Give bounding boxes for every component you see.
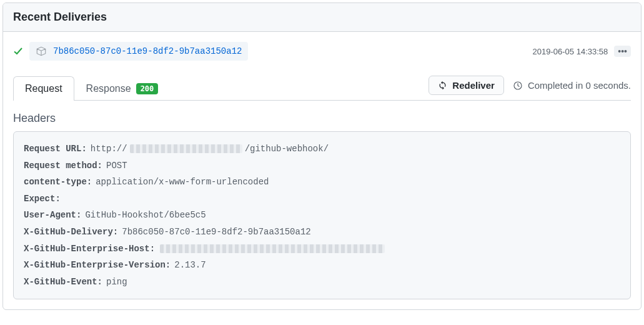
redeliver-label: Redeliver — [452, 80, 495, 91]
header-key: X-GitHub-Event: — [24, 274, 102, 291]
header-github-delivery: X-GitHub-Delivery: 7b86c050-87c0-11e9-8d… — [24, 224, 620, 241]
header-value: ping — [106, 274, 127, 291]
tab-response-label: Response — [86, 83, 131, 94]
tabs-row: Request Response 200 Redeliver Complete — [13, 76, 631, 101]
header-key: X-GitHub-Enterprise-Version: — [24, 257, 171, 274]
header-value: 7b86c050-87c0-11e9-8df2-9b7aa3150a12 — [122, 224, 310, 241]
header-request-method: Request method: POST — [24, 158, 620, 174]
headers-heading: Headers — [13, 112, 631, 125]
header-github-event: X-GitHub-Event: ping — [24, 274, 620, 291]
delivery-id-link[interactable]: 7b86c050-87c0-11e9-8df2-9b7aa3150a12 — [53, 46, 242, 56]
sync-icon — [438, 81, 447, 90]
header-key: X-GitHub-Delivery: — [24, 224, 118, 241]
header-value: application/x-www-form-urlencoded — [96, 174, 269, 191]
header-user-agent: User-Agent: GitHub-Hookshot/6bee5c5 — [24, 207, 620, 224]
headers-box: Request URL: http:// /github-webhook/ Re… — [13, 131, 631, 299]
completed-text: Completed in 0 seconds. — [528, 80, 631, 91]
check-icon — [13, 46, 23, 56]
panel-title: Recent Deliveries — [13, 11, 107, 23]
redacted-enterprise-host — [160, 244, 385, 253]
header-key: Request method: — [24, 158, 102, 174]
header-content-type: content-type: application/x-www-form-url… — [24, 174, 620, 191]
header-value: POST — [106, 158, 127, 174]
clock-icon — [513, 81, 523, 91]
delivery-row[interactable]: 7b86c050-87c0-11e9-8df2-9b7aa3150a12 201… — [13, 42, 631, 61]
panel-header: Recent Deliveries — [3, 3, 641, 32]
header-value: GitHub-Hookshot/6bee5c5 — [85, 207, 206, 224]
redeliver-button[interactable]: Redeliver — [429, 76, 504, 95]
tab-request[interactable]: Request — [13, 76, 74, 101]
header-key: Expect: — [24, 191, 61, 208]
tab-request-label: Request — [25, 83, 62, 94]
ellipsis-icon: ••• — [618, 46, 627, 56]
header-value-suffix: /github-webhook/ — [245, 141, 329, 158]
package-icon — [36, 46, 47, 57]
header-request-url: Request URL: http:// /github-webhook/ — [24, 141, 620, 158]
tabs-right: Redeliver Completed in 0 seconds. — [429, 76, 631, 100]
recent-deliveries-panel: Recent Deliveries 7b86c050-87c0-11e9-8df… — [2, 2, 642, 310]
header-key: User-Agent: — [24, 207, 81, 224]
panel-body: 7b86c050-87c0-11e9-8df2-9b7aa3150a12 201… — [3, 32, 641, 309]
header-key: X-GitHub-Enterprise-Host: — [24, 241, 155, 258]
header-key: Request URL: — [24, 141, 87, 158]
status-badge: 200 — [136, 83, 159, 94]
header-expect: Expect: — [24, 191, 620, 208]
completed-info: Completed in 0 seconds. — [513, 80, 631, 91]
redacted-host — [130, 144, 242, 153]
more-actions-button[interactable]: ••• — [614, 46, 631, 57]
header-key: content-type: — [24, 174, 92, 191]
tab-response[interactable]: Response 200 — [74, 76, 171, 101]
delivery-id-box: 7b86c050-87c0-11e9-8df2-9b7aa3150a12 — [29, 42, 248, 61]
header-value-prefix: http:// — [91, 141, 127, 158]
header-enterprise-version: X-GitHub-Enterprise-Version: 2.13.7 — [24, 257, 620, 274]
header-value: 2.13.7 — [174, 257, 206, 274]
delivery-timestamp: 2019-06-05 14:33:58 — [533, 47, 608, 56]
header-enterprise-host: X-GitHub-Enterprise-Host: — [24, 241, 620, 258]
